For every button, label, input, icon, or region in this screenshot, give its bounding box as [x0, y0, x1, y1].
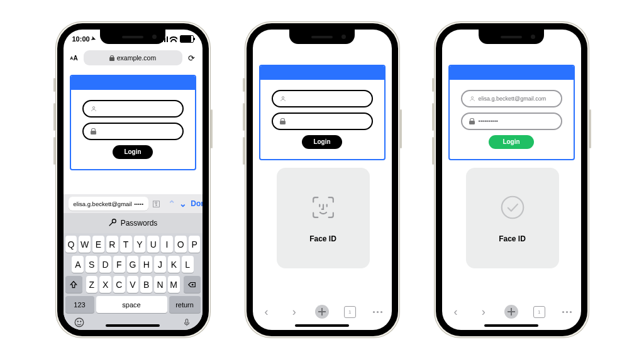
- wifi-icon: [170, 36, 177, 42]
- password-value: ••••••••••: [479, 118, 499, 124]
- keyboard: QWERTYUIOP ASDFGHJKL ZXCVBNM 123 space r…: [64, 233, 203, 330]
- back-button[interactable]: ‹: [259, 304, 274, 319]
- key-t[interactable]: T: [120, 236, 132, 253]
- svg-point-0: [92, 107, 94, 109]
- key-g[interactable]: G: [127, 256, 139, 273]
- key-l[interactable]: L: [182, 256, 194, 273]
- battery-icon: [180, 35, 194, 43]
- key-r[interactable]: R: [106, 236, 118, 253]
- password-field[interactable]: [272, 112, 373, 130]
- shift-key[interactable]: [65, 276, 82, 293]
- key-d[interactable]: D: [99, 256, 111, 273]
- key-y[interactable]: Y: [134, 236, 146, 253]
- key-e[interactable]: E: [92, 236, 104, 253]
- phone-2: Login Face ID ‹ ›: [245, 21, 400, 338]
- key-f[interactable]: F: [113, 256, 125, 273]
- emoji-key[interactable]: [73, 316, 86, 329]
- person-icon: [469, 96, 476, 102]
- backspace-key[interactable]: [184, 276, 201, 293]
- chevron-up-icon[interactable]: ⌄: [168, 199, 175, 209]
- reload-button[interactable]: ⟳: [186, 50, 197, 65]
- mic-key[interactable]: [180, 316, 193, 329]
- face-id-sheet: Face ID: [466, 168, 559, 268]
- forward-button[interactable]: ›: [476, 304, 491, 319]
- key-i[interactable]: I: [161, 236, 173, 253]
- login-card: Login: [70, 75, 196, 170]
- home-indicator[interactable]: [484, 324, 538, 327]
- url-bar: AA example.com ⟳: [64, 48, 203, 67]
- login-card: Login: [259, 65, 386, 160]
- key-w[interactable]: W: [79, 236, 91, 253]
- more-button[interactable]: [370, 304, 385, 319]
- key-b[interactable]: B: [140, 276, 152, 293]
- lock-icon: [109, 55, 114, 61]
- space-key[interactable]: space: [96, 296, 167, 313]
- face-id-label: Face ID: [499, 234, 526, 243]
- key-v[interactable]: V: [127, 276, 139, 293]
- address-field[interactable]: example.com: [84, 50, 182, 65]
- lock-icon: [279, 118, 287, 125]
- face-id-sheet: Face ID: [277, 168, 370, 268]
- passwords-button[interactable]: Passwords: [64, 213, 203, 233]
- lock-icon: [90, 128, 97, 135]
- svg-point-3: [77, 321, 78, 322]
- new-tab-button[interactable]: [504, 304, 519, 319]
- phone-1: 10:00 ➤ AA example.com ⟳: [55, 21, 211, 338]
- face-id-icon: [309, 193, 338, 222]
- login-button[interactable]: Login: [489, 135, 534, 149]
- checkmark-icon: [498, 193, 527, 222]
- key-h[interactable]: H: [140, 256, 152, 273]
- chevron-down-icon[interactable]: ⌄: [179, 199, 187, 209]
- tabs-button[interactable]: 1: [531, 304, 547, 319]
- tabs-button[interactable]: 1: [342, 304, 357, 319]
- email-value: elisa.g.beckett@gmail.com: [479, 96, 547, 102]
- email-field[interactable]: [272, 90, 373, 107]
- phone-3: elisa.g.beckett@gmail.com •••••••••• Log…: [434, 21, 589, 338]
- done-button[interactable]: Done: [191, 199, 202, 208]
- location-icon: ➤: [90, 35, 97, 43]
- key-icon: [108, 218, 117, 229]
- login-button[interactable]: Login: [113, 145, 153, 159]
- password-field[interactable]: ••••••••••: [461, 112, 562, 130]
- email-field[interactable]: [82, 100, 184, 118]
- email-field[interactable]: elisa.g.beckett@gmail.com: [461, 90, 562, 107]
- home-indicator[interactable]: [295, 324, 349, 327]
- return-key[interactable]: return: [169, 296, 201, 313]
- svg-point-8: [501, 197, 523, 219]
- key-n[interactable]: N: [154, 276, 166, 293]
- key-s[interactable]: S: [86, 256, 97, 273]
- key-u[interactable]: U: [147, 236, 159, 253]
- key-a[interactable]: A: [72, 256, 84, 273]
- svg-rect-5: [186, 319, 188, 323]
- back-button[interactable]: ‹: [448, 304, 464, 319]
- new-tab-button[interactable]: [314, 304, 330, 319]
- login-button[interactable]: Login: [302, 135, 342, 149]
- key-p[interactable]: P: [189, 236, 201, 253]
- key-j[interactable]: J: [154, 256, 166, 273]
- person-icon: [279, 96, 287, 102]
- lock-icon: [469, 118, 476, 125]
- key-z[interactable]: Z: [86, 276, 98, 293]
- key-icon[interactable]: ⚿: [152, 200, 160, 208]
- key-c[interactable]: C: [113, 276, 125, 293]
- forward-button[interactable]: ›: [287, 304, 302, 319]
- passwords-label: Passwords: [121, 219, 158, 228]
- key-o[interactable]: O: [175, 236, 187, 253]
- notch: [289, 30, 355, 44]
- key-m[interactable]: M: [168, 276, 180, 293]
- more-button[interactable]: [559, 304, 574, 319]
- svg-point-4: [80, 321, 80, 322]
- autofill-suggestion[interactable]: elisa.g.beckett@gmail •••••: [69, 197, 149, 211]
- home-indicator[interactable]: [106, 324, 160, 327]
- password-field[interactable]: [82, 123, 184, 140]
- numbers-key[interactable]: 123: [65, 296, 94, 313]
- face-id-label: Face ID: [309, 234, 336, 243]
- safari-toolbar: ‹ › 1: [442, 301, 581, 322]
- text-size-button[interactable]: AA: [69, 50, 80, 65]
- autofill-bar: elisa.g.beckett@gmail ••••• ⚿ ⌄ ⌄ Done: [64, 194, 203, 213]
- notch: [479, 30, 544, 44]
- key-x[interactable]: X: [99, 276, 111, 293]
- svg-point-1: [112, 219, 116, 222]
- key-q[interactable]: Q: [65, 236, 77, 253]
- key-k[interactable]: K: [168, 256, 180, 273]
